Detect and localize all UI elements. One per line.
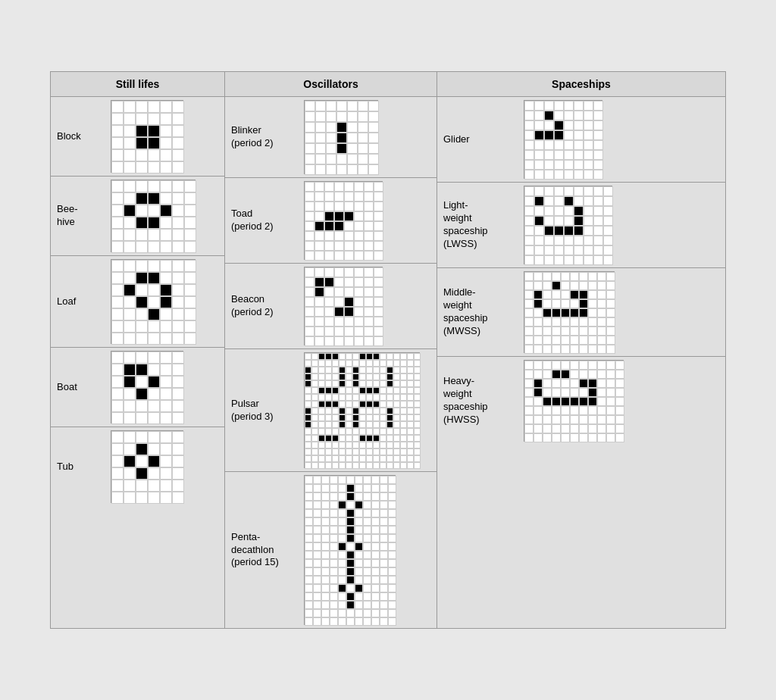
grid-cell [543,281,552,290]
grid-cell [524,388,534,397]
grid-cell [524,226,534,236]
grid-cell [393,442,400,448]
grid-cell [346,462,352,469]
grid-cell [380,380,386,387]
grid-cell [346,353,352,360]
grid-cell [352,360,359,367]
grid-cell [380,360,386,367]
grid-cell [311,462,318,469]
grid-cell [371,526,380,534]
grid-cell [388,584,396,592]
grid-cell [354,211,364,221]
grid-cell [136,412,148,424]
grid-cell [380,367,386,373]
grid-cell [311,373,318,380]
grid-cell [338,492,346,501]
grid-wrap [524,360,624,442]
grid-cell [373,455,380,462]
grid-cell [324,221,334,231]
grid-cell [330,517,338,526]
grid-cell [606,361,615,370]
grid-cell [561,388,570,397]
grid-cell [330,501,338,509]
grid-cell [359,442,366,448]
grid-cell [368,111,379,122]
grid-cell [305,526,313,534]
grid-cell [359,373,366,380]
grid-cell [579,379,588,388]
grid-cell [524,170,534,180]
grid-cell [380,401,386,408]
grid-cell [386,408,393,414]
still-lifes-header: Still lifes [51,72,224,97]
grid-cell [570,336,579,345]
pattern-label: Blinker (period 2) [225,120,301,155]
grid-cell [305,154,315,164]
grid-cell [373,448,380,455]
grid-cell [314,202,324,211]
grid-cell [544,255,554,265]
grid-cell [344,211,354,221]
grid-cell [346,394,352,401]
grid-cell [364,277,374,287]
grid-cell [346,559,355,567]
grid-cell [314,221,324,231]
grid-cell [124,241,136,253]
grid-cell [561,433,570,442]
grid-cell [334,336,344,346]
grid-cell [388,526,396,534]
grid-cell [554,245,564,255]
grid-cell [544,160,554,170]
grid-cell [124,101,136,113]
grid-cell [414,442,421,448]
grid-cell [603,206,613,216]
grid-cell [339,408,346,414]
grid-cell [380,567,388,576]
grid-cell [588,281,597,290]
grid-cell [552,406,561,415]
grid-cell [313,567,321,576]
grid-cell [414,401,421,408]
grid-cell [124,192,136,205]
grid-cell [172,400,184,412]
grid-cell [305,442,311,448]
grid-cell [371,484,380,492]
grid-cell [354,267,364,277]
grid-cell [388,592,396,601]
grid-cell [388,484,396,492]
grid-cell [414,408,421,414]
grid-cell [124,376,136,388]
grid-cell [330,476,338,484]
grid-cell [136,364,148,376]
grid-cell [314,307,324,317]
grid-cell [354,297,364,307]
grid-cell [334,267,344,277]
grid-cell [358,101,368,111]
grid-cell [534,226,544,236]
grid-cell [552,290,561,299]
grid-cell [524,236,534,245]
grid-cell [136,241,148,253]
grid-cell [588,379,597,388]
still-lifes-rows: BlockBee- hiveLoafBoatTub [51,97,224,506]
grid-cell [373,394,380,401]
grid-cell [564,150,574,160]
grid-cell [111,296,124,308]
grid-cell [543,433,552,442]
grid-cell [597,433,606,442]
grid-cell [346,360,352,367]
grid-cell [160,308,172,320]
grid-cell [124,296,136,308]
grid-cell [400,421,407,428]
grid-cell [593,140,603,150]
grid-cell [160,296,172,308]
grid-cell [524,150,534,160]
grid-cell [544,101,554,111]
grid-cell [346,448,352,455]
grid-cell [334,327,344,336]
grid-cell [544,245,554,255]
grid-cell [552,345,561,354]
spaceships-rows: GliderLight- weight spaceship (LWSS)Midd… [437,97,725,445]
grid-cell [305,317,314,327]
grid-cell [380,601,388,609]
